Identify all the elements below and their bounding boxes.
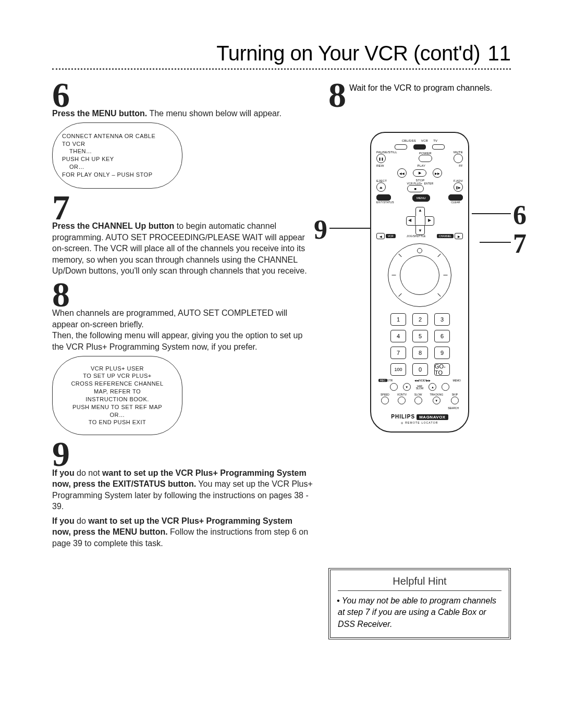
- play-button[interactable]: ▶: [413, 169, 426, 177]
- step-6: 6 Press the MENU button. The menu shown …: [52, 79, 313, 189]
- num-4-button[interactable]: 4: [390, 330, 406, 342]
- step-6-onscreen: CONNECT ANTENNA OR CABLE TO VCR THEN… PU…: [52, 122, 182, 189]
- num-5-button[interactable]: 5: [412, 330, 428, 342]
- skip-button[interactable]: [451, 397, 459, 404]
- step-7-body: Press the CHANNEL Up button to begin aut…: [52, 220, 313, 277]
- num-2-button[interactable]: 2: [412, 313, 428, 326]
- mode-cbldss-button[interactable]: [395, 144, 407, 150]
- remote-control: CBL/DSS VCR TV PAUSE/STILL ❚❚: [370, 132, 469, 433]
- vcrtv-button[interactable]: [398, 397, 406, 404]
- stop-button[interactable]: ■: [407, 185, 424, 192]
- mute-button[interactable]: [454, 154, 463, 163]
- memo-button[interactable]: [442, 383, 449, 391]
- step-8-right: 8 Wait for the VCR to program channels.: [328, 79, 511, 111]
- step-8-onscreen: VCR PLUS+ USER TO SET UP VCR PLUS+ CROSS…: [52, 356, 182, 436]
- mode-tv-button[interactable]: [432, 144, 445, 150]
- pause-button[interactable]: ❚❚: [376, 154, 386, 163]
- menu-button[interactable]: MENU: [412, 194, 430, 202]
- num-3-button[interactable]: 3: [434, 313, 450, 326]
- step-8: 8 When channels are programmed, AUTO SET…: [52, 279, 313, 435]
- clear-button[interactable]: [448, 194, 463, 201]
- slow-button[interactable]: [414, 397, 422, 404]
- num-100-button[interactable]: 100: [390, 363, 406, 376]
- step-9-number: 9: [52, 438, 313, 470]
- eject-button[interactable]: ⏏: [376, 182, 386, 192]
- callout-9: 9: [314, 214, 327, 245]
- step-6-bold: Press the MENU button.: [52, 109, 147, 118]
- ff-button[interactable]: ▶▶: [433, 168, 442, 178]
- jog-left-button[interactable]: ◀: [376, 233, 385, 239]
- remote-diagram: CBL/DSS VCR TV PAUSE/STILL ❚❚: [328, 132, 511, 433]
- number-pad: 1 2 3 4 5 6 7 8 9 100 0 GO-TO: [376, 313, 463, 376]
- power-button[interactable]: [419, 155, 432, 162]
- num-9-button[interactable]: 9: [434, 347, 450, 359]
- index-prev-button[interactable]: ▼: [403, 383, 411, 391]
- step-6-rest: The menu shown below will appear.: [147, 109, 282, 118]
- page-title-row: Turning on Your VCR (cont'd) 11: [52, 42, 511, 70]
- step-9-body: If you do not want to set up the VCR Plu…: [52, 467, 313, 549]
- fadv-button[interactable]: ❚▶: [454, 182, 463, 192]
- page-number: 11: [488, 42, 511, 65]
- goto-button[interactable]: GO-TO: [434, 363, 450, 376]
- step-6-body: Press the MENU button. The menu shown be…: [52, 108, 313, 119]
- num-1-button[interactable]: 1: [390, 313, 406, 326]
- step-8-right-number: 8: [328, 79, 346, 111]
- step-8-body: When channels are programmed, AUTO SET C…: [52, 307, 313, 352]
- left-column: 6 Press the MENU button. The menu shown …: [52, 79, 313, 551]
- callout-7: 7: [513, 228, 527, 259]
- num-0-button[interactable]: 0: [412, 363, 428, 376]
- helpful-hint-body: You may not be able to program channels …: [338, 595, 501, 630]
- helpful-hint-box: Helpful Hint You may not be able to prog…: [328, 568, 511, 639]
- brand-row: PHILIPSMAGNAVOX: [376, 414, 463, 420]
- step-8-number: 8: [52, 279, 313, 311]
- helpful-hint-title: Helpful Hint: [338, 575, 501, 591]
- num-8-button[interactable]: 8: [412, 347, 428, 359]
- rew-button[interactable]: ◀◀: [397, 168, 407, 178]
- page-title: Turning on Your VCR (cont'd): [216, 42, 480, 65]
- step-6-number: 6: [52, 79, 313, 111]
- step-7-bold: Press the CHANNEL Up button: [52, 221, 174, 230]
- right-column: 8 Wait for the VCR to program channels. …: [328, 79, 511, 639]
- index-next-button[interactable]: ▲: [429, 383, 436, 391]
- step-9: 9 If you do not want to set up the VCR P…: [52, 438, 313, 549]
- num-6-button[interactable]: 6: [434, 330, 450, 342]
- num-7-button[interactable]: 7: [390, 347, 406, 359]
- exit-status-button[interactable]: [376, 194, 391, 201]
- step-8-right-text: Wait for the VCR to program channels.: [349, 82, 492, 94]
- manual-page: Turning on Your VCR (cont'd) 11 6 Press …: [0, 0, 563, 660]
- step-7-number: 7: [52, 192, 313, 224]
- dpad[interactable]: ▲ ▼ ◀ ▶: [406, 207, 433, 234]
- tracking-button[interactable]: ▼: [433, 397, 440, 404]
- jog-shuttle-wheel[interactable]: [388, 243, 451, 307]
- remote-footer: ◎ REMOTE LOCATOR: [376, 421, 463, 424]
- step-7: 7 Press the CHANNEL Up button to begin a…: [52, 192, 313, 277]
- rec-button[interactable]: [390, 383, 398, 391]
- mode-vcr-button[interactable]: [413, 144, 426, 150]
- search-label: SEARCH: [376, 406, 463, 410]
- jog-right-button[interactable]: ▶: [455, 233, 463, 239]
- speed-button[interactable]: [381, 397, 389, 404]
- callout-6: 6: [513, 200, 527, 230]
